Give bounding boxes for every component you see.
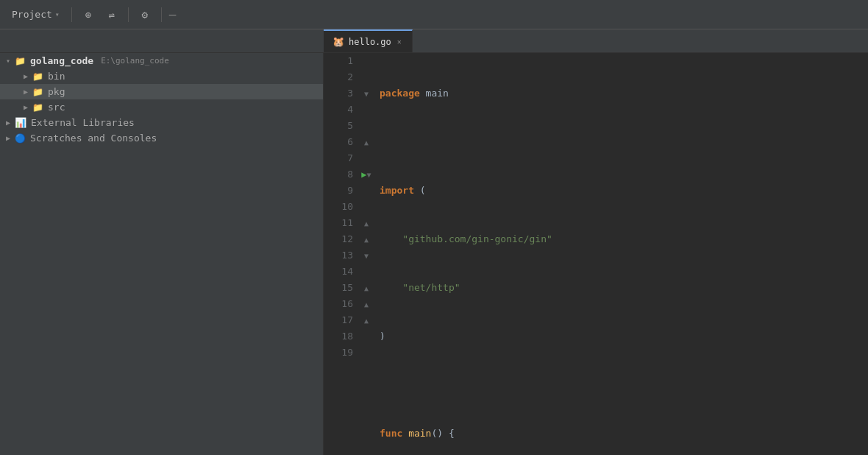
toolbar: Project ▾ ⊕ ⇌ ⚙ —	[0, 0, 868, 29]
sidebar-item-external-libraries[interactable]: ▶ 📊 External Libraries	[0, 115, 323, 130]
sidebar-item-root[interactable]: ▾ 📁 golang_code E:\golang_code	[0, 53, 323, 68]
code-line-8: func main() {	[380, 426, 868, 442]
code-line-3: import (	[380, 183, 868, 199]
chevron-right-icon-scratch: ▶	[6, 134, 10, 142]
gutter-9	[359, 183, 374, 199]
gutter-12: ▲	[359, 231, 374, 247]
gutter-15: ▲	[359, 280, 374, 296]
toolbar-separator-2	[128, 7, 129, 22]
gutter-1	[359, 53, 374, 69]
fold-15[interactable]: ▲	[364, 284, 369, 292]
sidebar-label-external: External Libraries	[31, 117, 135, 128]
go-file-icon: 🐹	[332, 36, 344, 47]
gutter-14	[359, 264, 374, 280]
project-label: Project	[12, 9, 52, 20]
folder-icon-src: 📁	[32, 102, 43, 113]
gutter-5	[359, 118, 374, 134]
fold-3[interactable]: ▼	[364, 90, 369, 98]
toolbar-separator-3	[161, 7, 162, 22]
fold-8[interactable]: ▼	[367, 171, 371, 179]
code-line-7	[380, 377, 868, 393]
sidebar-label-scratches: Scratches and Consoles	[30, 133, 157, 144]
main-area: ▾ 📁 golang_code E:\golang_code ▶ 📁 bin ▶…	[0, 53, 868, 455]
gutter-4	[359, 102, 374, 118]
gutter-13: ▼	[359, 247, 374, 264]
sidebar-label-bin: bin	[48, 71, 65, 82]
split-icon-btn[interactable]: ⇌	[102, 4, 122, 25]
root-project-name: golang_code	[30, 55, 93, 66]
fold-17[interactable]: ▲	[364, 317, 369, 325]
fold-16[interactable]: ▲	[364, 300, 369, 308]
project-menu[interactable]: Project ▾	[6, 7, 65, 21]
gutter-16: ▲	[359, 296, 374, 312]
sidebar-label-src: src	[48, 102, 65, 113]
library-icon: 📊	[15, 117, 26, 128]
gutter-17: ▲	[359, 312, 374, 328]
folder-icon-pkg: 📁	[32, 87, 43, 97]
chevron-right-icon-ext: ▶	[6, 119, 10, 127]
chevron-down-icon: ▾	[6, 57, 10, 65]
tab-close-icon[interactable]: ✕	[396, 37, 403, 46]
gutter-2	[359, 69, 374, 85]
chevron-right-icon-src: ▶	[24, 103, 28, 111]
tab-bar: 🐹 hello.go ✕	[0, 29, 868, 53]
fold-12[interactable]: ▲	[364, 236, 369, 244]
fold-11[interactable]: ▲	[364, 219, 369, 228]
code-line-4: "github.com/gin-gonic/gin"	[380, 231, 868, 247]
line-numbers: 1 2 3 4 5 6 7 8 9 10 11 12 13 14 15 16 1…	[324, 53, 359, 455]
gutter: ▼ ▲ ▶▼ ▲ ▲ ▼ ▲ ▲ ▲	[359, 53, 374, 455]
sidebar: ▾ 📁 golang_code E:\golang_code ▶ 📁 bin ▶…	[0, 53, 324, 455]
code-area: 1 2 3 4 5 6 7 8 9 10 11 12 13 14 15 16 1…	[324, 53, 868, 455]
folder-icon-bin: 📁	[32, 71, 43, 82]
sidebar-item-src[interactable]: ▶ 📁 src	[0, 99, 323, 115]
code-editor[interactable]: 1 2 3 4 5 6 7 8 9 10 11 12 13 14 15 16 1…	[324, 53, 868, 455]
sidebar-item-bin[interactable]: ▶ 📁 bin	[0, 68, 323, 84]
project-chevron-icon: ▾	[55, 10, 60, 18]
gutter-8: ▶▼	[359, 166, 374, 183]
sidebar-label-pkg: pkg	[48, 86, 65, 97]
folder-open-icon: 📁	[15, 56, 26, 66]
sidebar-item-scratches[interactable]: ▶ 🔵 Scratches and Consoles	[0, 130, 323, 146]
chevron-right-icon: ▶	[24, 72, 28, 80]
gutter-19	[359, 345, 374, 361]
run-icon-8[interactable]: ▶	[361, 169, 366, 180]
gutter-11: ▲	[359, 215, 374, 231]
gutter-7	[359, 150, 374, 166]
fold-13[interactable]: ▼	[364, 252, 369, 260]
gutter-10	[359, 199, 374, 215]
sidebar-item-pkg[interactable]: ▶ 📁 pkg	[0, 84, 323, 99]
code-content[interactable]: package main import ( "github.com/gin-go…	[374, 53, 868, 455]
chevron-right-icon-pkg: ▶	[24, 88, 28, 96]
root-project-path: E:\golang_code	[101, 56, 169, 66]
gutter-3: ▼	[359, 85, 374, 102]
toolbar-separator-1	[71, 7, 72, 22]
gutter-18	[359, 328, 374, 345]
code-line-5: "net/http"	[380, 280, 868, 296]
settings-icon-btn[interactable]: ⚙	[135, 4, 155, 25]
gutter-6: ▲	[359, 134, 374, 150]
tab-label: hello.go	[349, 37, 391, 47]
scratch-icon: 🔵	[15, 133, 26, 144]
tab-hello-go[interactable]: 🐹 hello.go ✕	[324, 29, 413, 52]
fold-6[interactable]: ▲	[364, 138, 369, 147]
code-line-6: )	[380, 328, 868, 345]
code-line-1: package main	[380, 85, 868, 102]
sync-icon-btn[interactable]: ⊕	[78, 4, 99, 25]
code-line-2	[380, 134, 868, 150]
minimize-icon-btn[interactable]: —	[168, 7, 178, 21]
